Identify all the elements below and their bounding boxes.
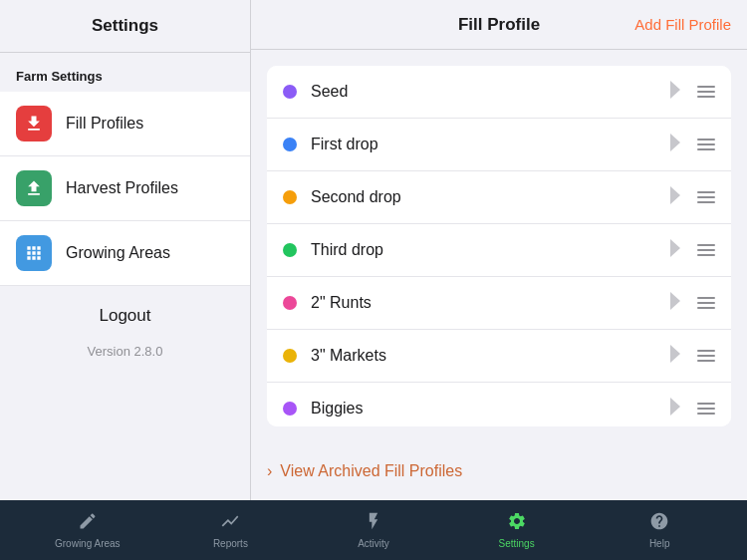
fill-profiles-label: Fill Profiles bbox=[66, 115, 143, 133]
profile-menu-icon[interactable] bbox=[697, 191, 715, 203]
sidebar: Settings Farm Settings Fill Profiles Har… bbox=[0, 0, 251, 500]
profile-name: Seed bbox=[311, 83, 669, 101]
profile-item[interactable]: 3" Markets bbox=[267, 330, 731, 383]
settings-nav-icon bbox=[507, 511, 527, 536]
profile-chevron-icon bbox=[669, 80, 681, 104]
profile-menu-icon[interactable] bbox=[697, 403, 715, 415]
nav-item-growing-areas[interactable]: Growing Areas bbox=[53, 511, 123, 549]
logout-section[interactable]: Logout bbox=[0, 286, 250, 334]
archived-section[interactable]: › View Archived Fill Profiles bbox=[251, 442, 747, 500]
profile-name: Second drop bbox=[311, 188, 669, 206]
profile-list: SeedFirst dropSecond dropThird drop2" Ru… bbox=[267, 66, 731, 426]
main-content: Fill Profile Add Fill Profile SeedFirst … bbox=[251, 0, 747, 500]
profile-name: 2" Runts bbox=[311, 294, 669, 312]
app-container: Settings Farm Settings Fill Profiles Har… bbox=[0, 0, 747, 560]
profile-dot bbox=[283, 243, 297, 257]
add-fill-profile-button[interactable]: Add Fill Profile bbox=[634, 16, 731, 33]
logout-label[interactable]: Logout bbox=[100, 306, 151, 325]
bottom-nav: Growing Areas Reports Activity Settings … bbox=[0, 500, 747, 560]
activity-nav-label: Activity bbox=[358, 538, 389, 549]
profile-name: First drop bbox=[311, 136, 669, 153]
profile-menu-icon[interactable] bbox=[697, 244, 715, 256]
profile-item[interactable]: 2" Runts bbox=[267, 277, 731, 330]
profile-menu-icon[interactable] bbox=[697, 86, 715, 98]
reports-nav-label: Reports bbox=[213, 538, 248, 549]
profile-name: 3" Markets bbox=[311, 347, 669, 365]
content-header-title: Fill Profile bbox=[458, 15, 540, 35]
profile-chevron-icon bbox=[669, 238, 681, 262]
archived-label[interactable]: View Archived Fill Profiles bbox=[280, 462, 462, 480]
profile-chevron-icon bbox=[669, 185, 681, 209]
profile-chevron-icon bbox=[669, 344, 681, 368]
profile-chevron-icon bbox=[669, 397, 681, 420]
sidebar-item-harvest-profiles[interactable]: Harvest Profiles bbox=[0, 156, 250, 221]
sidebar-item-fill-profiles[interactable]: Fill Profiles bbox=[0, 92, 250, 156]
harvest-profiles-label: Harvest Profiles bbox=[66, 179, 178, 197]
profile-menu-icon[interactable] bbox=[697, 350, 715, 362]
harvest-profiles-icon bbox=[16, 170, 52, 206]
version-section: Version 2.8.0 bbox=[0, 334, 250, 368]
nav-item-help[interactable]: Help bbox=[624, 511, 694, 549]
grid-icon bbox=[24, 243, 44, 263]
profile-dot bbox=[283, 402, 297, 416]
sidebar-item-growing-areas[interactable]: Growing Areas bbox=[0, 221, 250, 286]
profile-menu-icon[interactable] bbox=[697, 297, 715, 309]
nav-item-activity[interactable]: Activity bbox=[339, 511, 408, 549]
sidebar-section-title: Farm Settings bbox=[0, 53, 250, 92]
sidebar-header: Settings bbox=[0, 0, 250, 53]
profile-chevron-icon bbox=[669, 133, 681, 156]
sidebar-title: Settings bbox=[92, 16, 158, 35]
growing-areas-icon bbox=[16, 235, 52, 271]
help-nav-label: Help bbox=[649, 538, 670, 549]
profile-menu-icon[interactable] bbox=[697, 139, 715, 150]
settings-nav-label: Settings bbox=[499, 538, 535, 549]
profile-name: Third drop bbox=[311, 241, 669, 259]
profile-item[interactable]: Second drop bbox=[267, 171, 731, 224]
profile-dot bbox=[283, 296, 297, 310]
profile-item[interactable]: Seed bbox=[267, 66, 731, 119]
reports-nav-icon bbox=[220, 511, 240, 536]
profile-dot bbox=[283, 138, 297, 151]
nav-item-reports[interactable]: Reports bbox=[195, 511, 265, 549]
growing-areas-nav-icon bbox=[78, 511, 98, 536]
activity-nav-icon bbox=[364, 511, 383, 536]
profile-item[interactable]: Third drop bbox=[267, 224, 731, 277]
profile-item[interactable]: First drop bbox=[267, 119, 731, 171]
help-nav-icon bbox=[649, 511, 669, 536]
content-header: Fill Profile Add Fill Profile bbox=[251, 0, 747, 50]
download-icon bbox=[24, 114, 44, 134]
profile-dot bbox=[283, 349, 297, 363]
profile-dot bbox=[283, 190, 297, 204]
profile-name: Biggies bbox=[311, 400, 669, 418]
profile-dot bbox=[283, 85, 297, 99]
version-label: Version 2.8.0 bbox=[88, 344, 163, 359]
nav-item-settings[interactable]: Settings bbox=[482, 511, 552, 549]
fill-profiles-icon bbox=[16, 106, 52, 141]
archived-chevron-icon: › bbox=[267, 462, 272, 480]
main-area: Settings Farm Settings Fill Profiles Har… bbox=[0, 0, 747, 500]
growing-areas-nav-label: Growing Areas bbox=[55, 538, 121, 549]
profile-chevron-icon bbox=[669, 291, 681, 315]
upload-icon bbox=[24, 178, 44, 198]
profile-item[interactable]: Biggies bbox=[267, 383, 731, 426]
growing-areas-label: Growing Areas bbox=[66, 244, 170, 262]
